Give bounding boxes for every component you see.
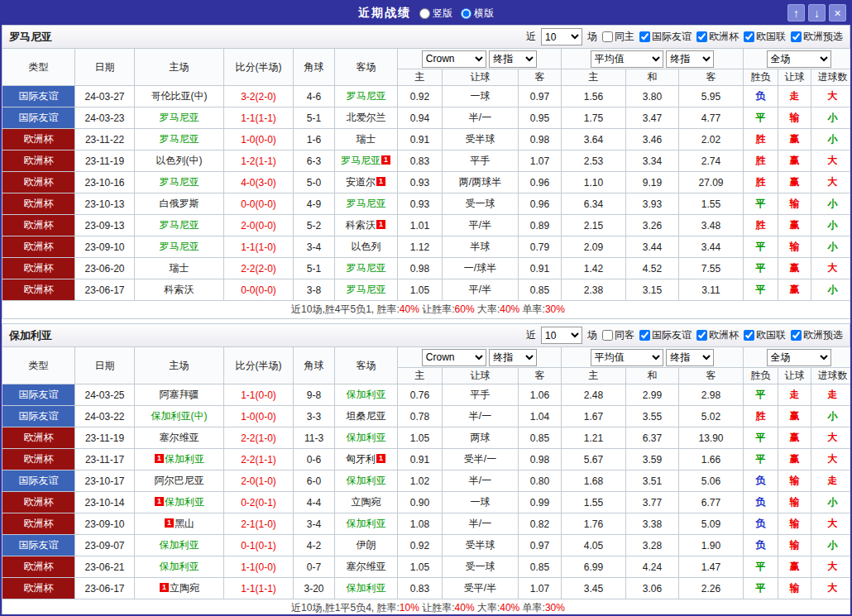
match-date: 24-03-23 [75, 107, 135, 129]
same-venue-label: 同主 [615, 30, 634, 44]
team-name: 瑞士 [170, 262, 189, 274]
match-date: 23-06-20 [75, 258, 135, 279]
result-handicap: 赢 [778, 279, 811, 301]
team-name: 科索沃 [165, 284, 194, 295]
average-select[interactable]: 平均值 [591, 349, 663, 366]
away-team-cell: 罗马尼亚 [335, 258, 398, 279]
red-card-badge: 1 [376, 177, 385, 186]
team-name: 保加利亚 [160, 561, 199, 572]
bookmaker-select[interactable]: Crown [422, 349, 486, 366]
odds-home: 0.93 [398, 193, 443, 215]
comp-nations-checkbox[interactable] [744, 31, 754, 42]
odds-handicap: 半球 [443, 236, 519, 258]
odds-stage-select[interactable]: 终指 [489, 50, 537, 68]
result-goals: 大 [811, 150, 852, 172]
comp-filter-euro-qualifiers[interactable]: 欧洲预选 [791, 30, 843, 44]
same-venue-filter[interactable]: 同主 [602, 30, 634, 44]
result-handicap: 赢 [778, 172, 811, 193]
odds-away: 1.07 [519, 578, 562, 599]
comp-filter-euro-qualifiers[interactable]: 欧洲预选 [791, 328, 843, 342]
team-name: 塞尔维亚 [347, 561, 386, 572]
games-label: 场 [587, 328, 597, 342]
team-name: 保加利亚 [165, 496, 204, 508]
comp-filter-friendly[interactable]: 国际友谊 [639, 328, 692, 342]
avg-home: 2.15 [562, 215, 626, 236]
avg-stage-select[interactable]: 终指 [666, 50, 714, 68]
comp-filter-euro[interactable]: 欧洲杯 [696, 30, 739, 44]
odds-away: 0.99 [519, 492, 562, 513]
odds-handicap: 平/半 [443, 279, 519, 301]
team-name-heading: 保加利亚 [9, 328, 52, 343]
comp-friendly-checkbox[interactable] [639, 31, 650, 42]
scroll-up-button[interactable]: ↑ [787, 4, 805, 21]
red-card-badge: 1 [381, 155, 390, 165]
odds-home: 1.05 [398, 427, 443, 449]
home-team-cell: 1立陶宛 [135, 578, 224, 599]
result-handicap: 赢 [778, 449, 811, 470]
comp-friendly-checkbox[interactable] [639, 330, 650, 341]
team-name: 立陶宛 [170, 582, 199, 594]
match-scope-select[interactable]: 全场 [767, 50, 831, 68]
competition-type-badge: 欧洲杯 [2, 492, 75, 513]
match-scope-select[interactable]: 全场 [767, 349, 831, 366]
odds-away: 0.89 [519, 215, 562, 236]
result-handicap: 赢 [778, 427, 811, 449]
horizontal-radio[interactable] [461, 8, 471, 19]
comp-filter-nations-league[interactable]: 欧国联 [744, 328, 786, 342]
corners-cell: 3-20 [294, 578, 335, 599]
home-team-cell: 1黑山 [135, 513, 224, 535]
same-venue-filter[interactable]: 同客 [602, 328, 634, 342]
result-winloss: 平 [744, 279, 778, 301]
same-venue-checkbox[interactable] [602, 31, 613, 42]
red-card-badge: 1 [165, 518, 174, 528]
match-count-select[interactable]: 10 [541, 327, 582, 344]
home-team-cell: 1保加利亚 [135, 492, 224, 513]
comp-nations-checkbox[interactable] [744, 330, 754, 341]
comp-filter-nations-league[interactable]: 欧国联 [744, 30, 786, 44]
competition-type-badge: 欧洲杯 [2, 513, 75, 535]
score-cell: 2-2(1-1) [224, 449, 294, 470]
odds-home: 1.05 [398, 556, 443, 578]
corners-cell: 0-7 [294, 556, 335, 578]
scroll-down-button[interactable]: ↓ [808, 4, 826, 21]
competition-type-badge: 国际友谊 [2, 86, 75, 107]
odds-header-cell: Crown 终指 [398, 49, 562, 69]
competition-type-badge: 欧洲杯 [2, 449, 75, 470]
result-handicap: 输 [778, 193, 811, 215]
layout-vertical-option[interactable]: 竖版 [419, 7, 452, 21]
sub-header-avg-draw: 和 [626, 69, 679, 86]
comp-euro-checkbox[interactable] [696, 31, 707, 42]
same-venue-checkbox[interactable] [602, 330, 613, 341]
odds-stage-select[interactable]: 终指 [489, 349, 537, 366]
layout-horizontal-option[interactable]: 横版 [461, 7, 494, 21]
home-team-cell: 科索沃 [135, 279, 224, 301]
odds-away: 1.04 [519, 406, 562, 427]
result-goals: 大 [811, 556, 852, 578]
bookmaker-select[interactable]: Crown [422, 50, 486, 68]
avg-draw: 3.51 [626, 470, 679, 492]
comp-euro-checkbox[interactable] [696, 330, 707, 341]
match-date: 24-03-25 [75, 384, 135, 406]
away-team-cell: 瑞士 [335, 129, 398, 150]
col-header-corner: 角球 [294, 347, 335, 384]
red-card-badge: 1 [376, 220, 385, 229]
odds-handicap: 一球 [443, 492, 519, 513]
away-team-cell: 以色列 [335, 236, 398, 258]
comp-filter-euro[interactable]: 欧洲杯 [696, 328, 739, 342]
home-team-cell: 保加利亚 [135, 535, 224, 556]
vertical-radio[interactable] [419, 8, 430, 19]
avg-stage-select[interactable]: 终指 [666, 349, 714, 366]
avg-home: 1.75 [562, 107, 626, 129]
result-goals: 走 [811, 384, 852, 406]
match-count-select[interactable]: 10 [541, 28, 582, 45]
result-handicap: 输 [778, 535, 811, 556]
average-select[interactable]: 平均值 [591, 50, 663, 68]
comp-qualifiers-checkbox[interactable] [791, 31, 802, 42]
result-goals: 大 [811, 513, 852, 535]
comp-filter-friendly[interactable]: 国际友谊 [639, 30, 692, 44]
score-cell: 3-2(2-0) [224, 86, 294, 107]
corners-cell: 5-1 [294, 258, 335, 279]
odds-home: 0.94 [398, 107, 443, 129]
close-button[interactable]: × [829, 4, 846, 21]
comp-qualifiers-checkbox[interactable] [791, 330, 802, 341]
